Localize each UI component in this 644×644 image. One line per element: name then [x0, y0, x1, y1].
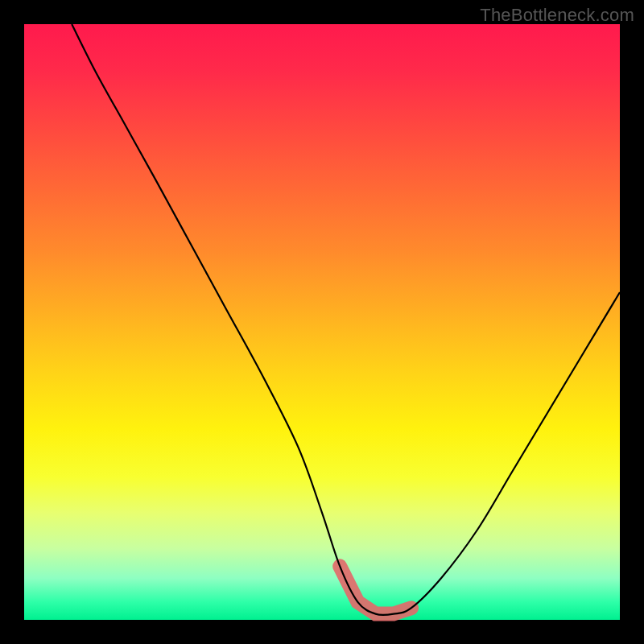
watermark-text: TheBottleneck.com	[480, 5, 634, 26]
chart-plot-area	[24, 24, 620, 620]
bottleneck-curve	[72, 24, 620, 615]
chart-svg	[24, 24, 620, 620]
